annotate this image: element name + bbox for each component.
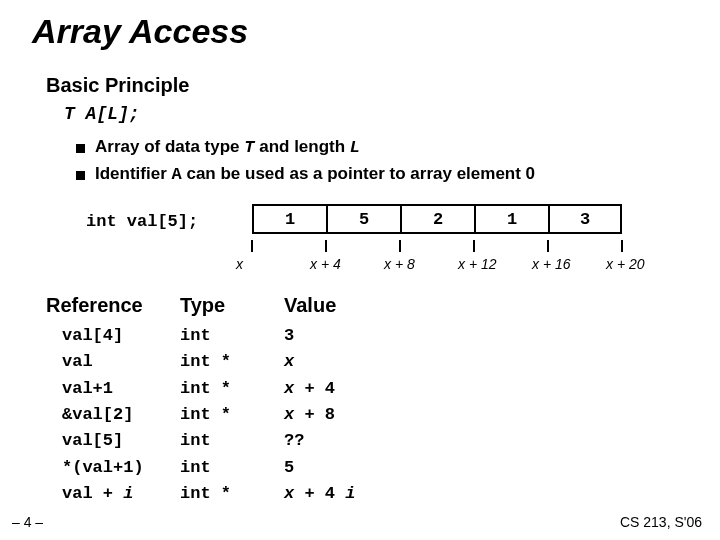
header-type: Type [180,294,284,317]
bullet-list: Array of data type T and length L Identi… [76,134,535,187]
slide-title: Array Access [32,12,248,51]
table-row: val int * x [46,349,444,375]
tick-label: x + 12 [458,256,497,272]
array-declaration-generic: T A[L]; [64,104,140,124]
table-row: val + i int * x + 4 i [46,481,444,507]
bullet1-L: L [350,138,360,157]
table-row: val+1 int * x + 4 [46,376,444,402]
decl-mid: A[ [75,104,107,124]
cell-ref: *(val+1) [46,455,180,481]
tick-mark [473,240,475,252]
cell-type: int * [180,481,284,507]
bullet1-pre: Array of data type [95,137,244,156]
tick-mark [547,240,549,252]
cell-val: 3 [284,323,444,349]
cell-ref: val + i [46,481,180,507]
length-L: L [107,104,118,124]
cell-val: x + 4 [284,376,444,402]
section-heading: Basic Principle [46,74,189,97]
decl-end: ]; [118,104,140,124]
cell-val: x + 4 i [284,481,444,507]
header-value: Value [284,294,444,317]
bullet1-mid: and length [254,137,349,156]
tick-mark [325,240,327,252]
cell-type: int * [180,402,284,428]
cell-val: 5 [284,455,444,481]
bullet1-T: T [244,138,254,157]
tick-label: x + 8 [384,256,415,272]
cell-ref: &val[2] [46,402,180,428]
tick-label: x [236,256,243,272]
tick-mark [251,240,253,252]
address-ticks: x x + 4 x + 8 x + 12 x + 16 x + 20 [248,240,692,272]
tick-mark [399,240,401,252]
array-cell: 5 [326,204,400,234]
array-cell: 2 [400,204,474,234]
cell-type: int [180,455,284,481]
bullet2-post: can be used as a pointer to array elemen… [182,164,535,183]
page-number: – 4 – [12,514,43,530]
cell-ref: val[5] [46,428,180,454]
type-T: T [64,104,75,124]
tick-label: x + 4 [310,256,341,272]
reference-table: Reference Type Value val[4] int 3 val in… [46,294,444,507]
tick-mark [621,240,623,252]
tick-label: x + 16 [532,256,571,272]
course-footer: CS 213, S'06 [620,514,702,530]
header-reference: Reference [46,294,180,317]
table-header-row: Reference Type Value [46,294,444,317]
bullet-2: Identifier A can be used as a pointer to… [76,161,535,188]
table-row: &val[2] int * x + 8 [46,402,444,428]
cell-type: int [180,428,284,454]
cell-type: int * [180,376,284,402]
bullet2-A: A [172,165,182,184]
cell-val: x + 8 [284,402,444,428]
array-declaration-concrete: int val[5]; [86,212,198,231]
table-row: *(val+1) int 5 [46,455,444,481]
cell-ref: val [46,349,180,375]
cell-type: int * [180,349,284,375]
array-diagram: 1 5 2 1 3 [252,204,622,234]
tick-label: x + 20 [606,256,645,272]
cell-val: x [284,349,444,375]
array-cell: 3 [548,204,622,234]
array-cell: 1 [252,204,326,234]
table-row: val[5] int ?? [46,428,444,454]
bullet-icon [76,171,85,180]
cell-ref: val[4] [46,323,180,349]
cell-val: ?? [284,428,444,454]
table-row: val[4] int 3 [46,323,444,349]
bullet-icon [76,144,85,153]
array-cell: 1 [474,204,548,234]
bullet2-pre: Identifier [95,164,172,183]
cell-type: int [180,323,284,349]
cell-ref: val+1 [46,376,180,402]
bullet-1: Array of data type T and length L [76,134,535,161]
